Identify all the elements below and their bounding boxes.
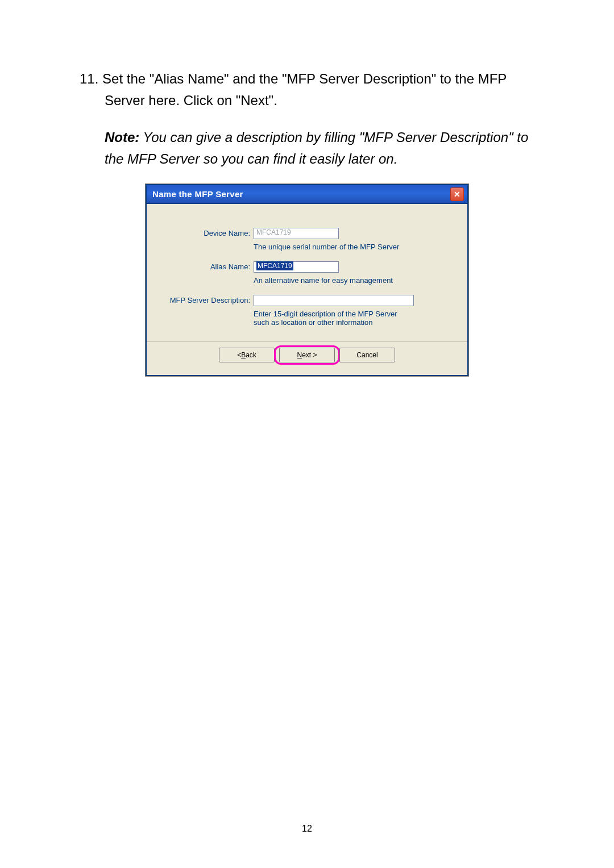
cancel-button[interactable]: Cancel xyxy=(339,348,395,362)
back-mnemonic: B xyxy=(241,351,246,359)
description-help-2: such as location or other information xyxy=(254,318,454,327)
cancel-label: Cancel xyxy=(356,351,377,359)
back-suffix: ack xyxy=(246,351,256,359)
device-name-label: Device Name: xyxy=(160,229,254,237)
page-number: 12 xyxy=(0,824,614,834)
note-text: You can give a description by filling "M… xyxy=(105,130,528,166)
instruction-text: Set the "Alias Name" and the "MFP Server… xyxy=(102,71,507,108)
dialog-title: Name the MFP Server xyxy=(152,189,243,199)
alias-name-value: MFCA1719 xyxy=(256,261,293,270)
device-name-input[interactable]: MFCA1719 xyxy=(254,228,339,239)
back-button[interactable]: < Back xyxy=(219,348,275,362)
description-input[interactable] xyxy=(254,295,414,306)
device-name-value: MFCA1719 xyxy=(256,228,291,236)
note-label: Note: xyxy=(105,130,139,145)
dialog-window: Name the MFP Server ✕ Device Name: MFCA1… xyxy=(146,184,468,376)
next-suffix: ext > xyxy=(302,351,317,359)
alias-name-input[interactable]: MFCA1719 xyxy=(254,261,339,273)
alias-name-help: An alternative name for easy management xyxy=(254,276,454,285)
description-label: MFP Server Description: xyxy=(160,296,254,304)
next-button[interactable]: Next > xyxy=(279,348,335,362)
button-row: < Back Next > Cancel xyxy=(160,342,454,365)
description-help-1: Enter 15-digit description of the MFP Se… xyxy=(254,310,454,318)
note-paragraph: Note: You can give a description by fill… xyxy=(80,127,534,170)
close-icon: ✕ xyxy=(454,190,460,198)
instruction-number: 11. xyxy=(80,71,98,86)
dialog-body: Device Name: MFCA1719 The unique serial … xyxy=(147,204,467,375)
back-prefix: < xyxy=(237,351,241,359)
close-button[interactable]: ✕ xyxy=(450,187,464,201)
next-mnemonic: N xyxy=(297,351,302,359)
instruction-item: 11. Set the "Alias Name" and the "MFP Se… xyxy=(80,68,534,112)
title-bar: Name the MFP Server ✕ xyxy=(147,185,467,204)
device-name-help: The unique serial number of the MFP Serv… xyxy=(254,243,454,251)
alias-name-label: Alias Name: xyxy=(160,262,254,271)
